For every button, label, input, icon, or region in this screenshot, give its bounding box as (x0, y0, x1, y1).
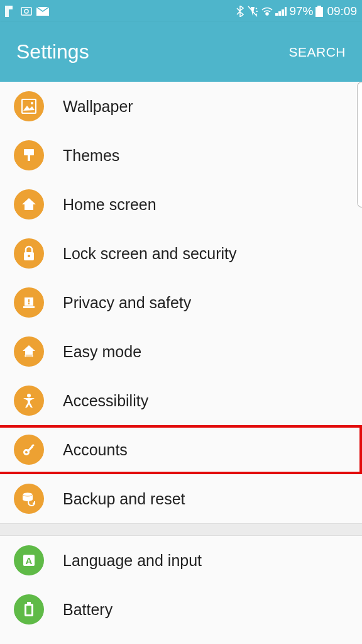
svg-rect-2 (9, 6, 13, 9)
status-left (5, 6, 49, 17)
settings-item-battery[interactable]: Battery (0, 585, 362, 634)
lock-icon (14, 238, 44, 269)
settings-label: Home screen (63, 196, 156, 214)
battery-full-icon (315, 6, 323, 17)
search-button[interactable]: SEARCH (288, 45, 346, 60)
settings-label: Wallpaper (63, 97, 133, 116)
svg-rect-19 (28, 303, 30, 304)
scroll-handle[interactable] (357, 82, 362, 208)
settings-list: Wallpaper Themes Home screen Lock screen… (0, 82, 362, 634)
key-icon (14, 435, 44, 465)
vibrate-icon (246, 6, 259, 17)
svg-rect-3 (13, 6, 16, 9)
battery-icon (14, 594, 44, 625)
settings-item-accessibility[interactable]: Accessibility (0, 376, 362, 425)
settings-label: Easy mode (63, 343, 141, 361)
signal-icon (275, 7, 287, 16)
clock-text: 09:09 (327, 4, 357, 18)
svg-point-8 (266, 13, 268, 14)
settings-item-language[interactable]: A Language and input (0, 536, 362, 585)
section-divider (0, 523, 362, 536)
svg-rect-10 (317, 6, 321, 7)
settings-item-home-screen[interactable]: Home screen (0, 180, 362, 229)
settings-label: Themes (63, 147, 119, 165)
svg-point-21 (27, 394, 31, 397)
svg-text:A: A (26, 555, 33, 566)
svg-rect-9 (315, 7, 323, 17)
svg-rect-1 (9, 9, 16, 17)
settings-label: Accessibility (63, 392, 148, 410)
settings-label: Language and input (63, 552, 202, 570)
backup-icon (14, 484, 44, 514)
svg-rect-11 (22, 99, 36, 113)
settings-item-wallpaper[interactable]: Wallpaper (0, 82, 362, 131)
home-arrows-icon (14, 336, 44, 367)
mail-icon (36, 7, 49, 16)
battery-percent-text: 97% (289, 4, 313, 18)
settings-label: Lock screen and security (63, 245, 237, 263)
bluetooth-icon (236, 6, 244, 17)
svg-rect-13 (24, 149, 34, 155)
camera-icon (20, 6, 33, 16)
header: Settings SEARCH (0, 22, 362, 82)
svg-rect-17 (23, 306, 35, 308)
flipboard-icon (5, 6, 16, 17)
settings-item-themes[interactable]: Themes (0, 131, 362, 180)
status-right: 97% 09:09 (236, 4, 357, 18)
wifi-icon (261, 7, 273, 16)
status-bar: 97% 09:09 (0, 0, 362, 22)
settings-item-lock-security[interactable]: Lock screen and security (0, 229, 362, 278)
letter-a-icon: A (14, 545, 44, 575)
home-icon (14, 189, 44, 219)
settings-item-accounts[interactable]: Accounts (0, 425, 362, 474)
person-icon (14, 386, 44, 416)
settings-label: Battery (63, 601, 112, 619)
svg-rect-14 (28, 155, 30, 161)
svg-rect-18 (28, 299, 30, 303)
svg-rect-4 (21, 8, 31, 15)
settings-item-backup[interactable]: Backup and reset (0, 474, 362, 523)
image-icon (14, 91, 44, 121)
svg-point-12 (31, 102, 33, 104)
settings-label: Privacy and safety (63, 294, 191, 312)
alert-icon (14, 287, 44, 318)
svg-rect-32 (26, 606, 31, 614)
svg-point-5 (25, 9, 28, 13)
settings-item-privacy[interactable]: Privacy and safety (0, 278, 362, 327)
settings-label: Backup and reset (63, 490, 185, 508)
settings-label: Accounts (63, 441, 128, 459)
page-title: Settings (16, 40, 89, 64)
brush-icon (14, 140, 44, 170)
settings-item-easy-mode[interactable]: Easy mode (0, 327, 362, 376)
svg-point-16 (28, 255, 30, 257)
svg-rect-31 (27, 602, 31, 604)
